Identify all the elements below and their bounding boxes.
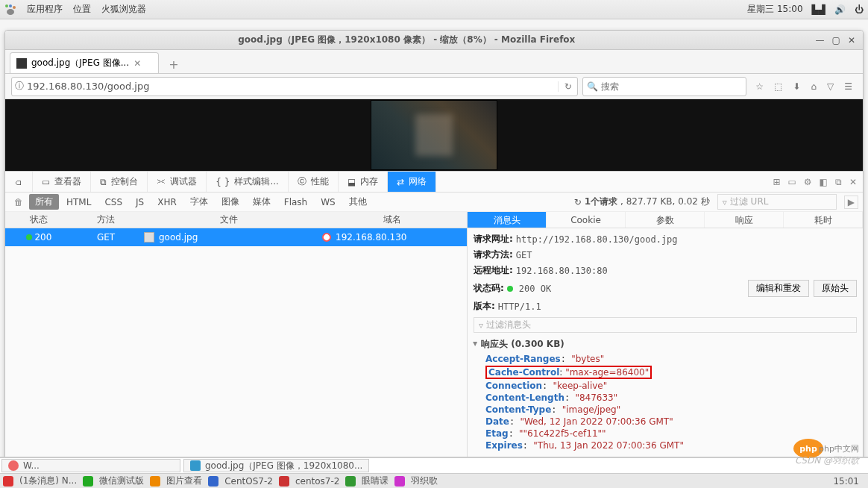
col-method[interactable]: 方法	[72, 212, 139, 228]
menu-apps[interactable]: 应用程序	[27, 3, 63, 16]
app-icon[interactable]	[83, 476, 93, 487]
devtools-close-icon[interactable]: ✕	[849, 177, 857, 187]
menu-places[interactable]: 位置	[73, 3, 91, 16]
response-header-line: Accept-Ranges: "bytes"	[474, 353, 857, 365]
detail-tab-cookie[interactable]: Cookie	[547, 212, 626, 228]
maximize-button[interactable]: ▢	[832, 35, 840, 46]
app-icon[interactable]	[150, 476, 160, 487]
tab-favicon-icon	[16, 58, 27, 69]
tab-network[interactable]: ⇄ 网络	[388, 172, 436, 192]
svg-point-1	[9, 4, 12, 7]
popout-icon[interactable]: ⧉	[835, 177, 842, 187]
response-headers-section[interactable]: ▸响应头 (0.300 KB)	[474, 336, 857, 353]
response-header-line: Content-Type: "image/jpeg"	[474, 404, 857, 416]
response-header-line: Etag: ""61c422f5-cef11""	[474, 428, 857, 439]
search-box[interactable]: 🔍	[582, 77, 746, 96]
filter-other[interactable]: 其他	[343, 194, 373, 210]
tab-inspector[interactable]: ▭ 查看器	[33, 172, 91, 192]
power-icon[interactable]: ⏻	[855, 4, 864, 15]
responsive-icon[interactable]: ▭	[787, 177, 796, 187]
image-preview[interactable]	[371, 100, 497, 170]
bookmark-star-icon[interactable]: ☆	[755, 81, 764, 92]
filter-media[interactable]: 媒体	[247, 194, 277, 210]
clock-text[interactable]: 星期三 15:00	[747, 3, 802, 16]
new-tab-button[interactable]: +	[163, 55, 184, 73]
task-button[interactable]: good.jpg（JPEG 图像，1920x1080...	[183, 459, 369, 472]
detail-tab-response[interactable]: 响应	[705, 212, 784, 228]
gnome-top-bar: 应用程序 位置 火狐浏览器 星期三 15:00 ▙▟ 🔊 ⏻	[0, 0, 868, 19]
account-icon[interactable]: ⬚	[774, 81, 782, 92]
tab-style[interactable]: { } 样式编辑...	[207, 172, 289, 192]
firefox-window: good.jpg（JPEG 图像，1920x1080 像素） - 缩放（8%） …	[4, 30, 864, 463]
har-icon[interactable]: ▶	[844, 195, 858, 209]
tab-bar: good.jpg（JPEG 图像... ✕ +	[5, 50, 863, 74]
filter-font[interactable]: 字体	[184, 194, 214, 210]
downloads-icon[interactable]: ⬇	[793, 81, 800, 92]
url-toolbar: ⓘ ↻ 🔍 ☆ ⬚ ⬇ ⌂ ▽ ☰	[5, 74, 863, 99]
filter-img[interactable]: 图像	[216, 194, 245, 210]
status-code: 200 OK	[519, 284, 551, 294]
filter-flash[interactable]: Flash	[278, 195, 313, 209]
col-status[interactable]: 状态	[5, 212, 72, 228]
volume-icon[interactable]: 🔊	[834, 4, 846, 15]
filter-css[interactable]: CSS	[98, 195, 128, 209]
insecure-icon	[321, 231, 333, 244]
dock-side-icon[interactable]: ◧	[820, 177, 828, 187]
col-file[interactable]: 文件	[139, 212, 318, 228]
clear-icon[interactable]: 🗑	[10, 197, 28, 207]
request-details: 消息头 Cookie 参数 响应 耗时 请求网址:http://192.168.…	[468, 212, 863, 462]
devtools-dock-icon[interactable]: ⫏	[5, 172, 33, 192]
response-header-line: Date: "Wed, 12 Jan 2022 07:00:36 GMT"	[474, 416, 857, 428]
raw-headers-button[interactable]: 原始头	[814, 280, 857, 297]
refresh-icon[interactable]: ↻	[558, 81, 577, 92]
search-input[interactable]	[601, 81, 746, 92]
detail-tab-headers[interactable]: 消息头	[468, 212, 547, 228]
status-dot-icon	[507, 286, 513, 292]
filter-headers-input[interactable]: ▿ 过滤消息头	[474, 317, 857, 333]
task-button[interactable]: W...	[1, 459, 180, 472]
menu-icon[interactable]: ☰	[844, 81, 852, 92]
filter-js[interactable]: JS	[130, 195, 150, 209]
tab-debugger[interactable]: ⪥ 调试器	[148, 172, 207, 192]
detail-tab-params[interactable]: 参数	[626, 212, 705, 228]
tab-performance[interactable]: ⓒ 性能	[289, 172, 339, 192]
url-input[interactable]	[27, 81, 558, 92]
filter-ws[interactable]: WS	[315, 195, 341, 209]
pocket-icon[interactable]: ▽	[827, 81, 834, 92]
phpcn-watermark: php中文网	[819, 443, 859, 454]
edit-resend-button[interactable]: 编辑和重发	[748, 280, 809, 297]
tab-console[interactable]: ⧉ 控制台	[91, 172, 148, 192]
filter-url-input[interactable]: ▿ 过滤 URL	[717, 194, 837, 210]
tab-memory[interactable]: ⬓ 内存	[339, 172, 388, 192]
network-icon[interactable]: ▙▟	[812, 4, 825, 15]
split-view-icon[interactable]: ⊞	[773, 177, 780, 187]
app-icon[interactable]	[394, 476, 405, 487]
minimize-button[interactable]: —	[816, 35, 825, 46]
filter-html[interactable]: HTML	[60, 195, 97, 209]
status-dot-icon	[26, 234, 32, 240]
request-list: 状态 方法 文件 域名 200 GET good.jpg 192.168.80.…	[5, 212, 468, 462]
app-icon[interactable]	[279, 476, 289, 487]
close-button[interactable]: ✕	[848, 35, 855, 46]
app-icon[interactable]	[208, 476, 218, 487]
site-info-icon[interactable]: ⓘ	[12, 80, 27, 93]
svg-point-3	[7, 9, 14, 15]
settings-icon[interactable]: ⚙	[804, 177, 812, 187]
request-row[interactable]: 200 GET good.jpg 192.168.80.130	[5, 228, 467, 246]
detail-tab-timing[interactable]: 耗时	[784, 212, 863, 228]
menu-firefox[interactable]: 火狐浏览器	[101, 3, 146, 16]
filter-xhr[interactable]: XHR	[151, 195, 183, 209]
col-domain[interactable]: 域名	[318, 212, 467, 228]
home-icon[interactable]: ⌂	[811, 81, 817, 92]
tab-close-icon[interactable]: ✕	[133, 58, 141, 69]
response-header-line: Content-Length: "847633"	[474, 392, 857, 404]
filter-all[interactable]: 所有	[29, 194, 59, 210]
gnome-foot-icon	[4, 4, 16, 16]
tab-label: good.jpg（JPEG 图像...	[31, 57, 129, 69]
browser-tab[interactable]: good.jpg（JPEG 图像... ✕	[10, 52, 159, 73]
url-box[interactable]: ⓘ ↻	[11, 77, 578, 96]
app-icon[interactable]	[345, 476, 356, 487]
devtools-panel: ⫏ ▭ 查看器 ⧉ 控制台 ⪥ 调试器 { } 样式编辑... ⓒ 性能 ⬓ 内…	[5, 171, 863, 462]
response-header-line: Cache-Control: "max-age=86400"	[474, 365, 857, 380]
app-icon[interactable]	[3, 476, 13, 487]
